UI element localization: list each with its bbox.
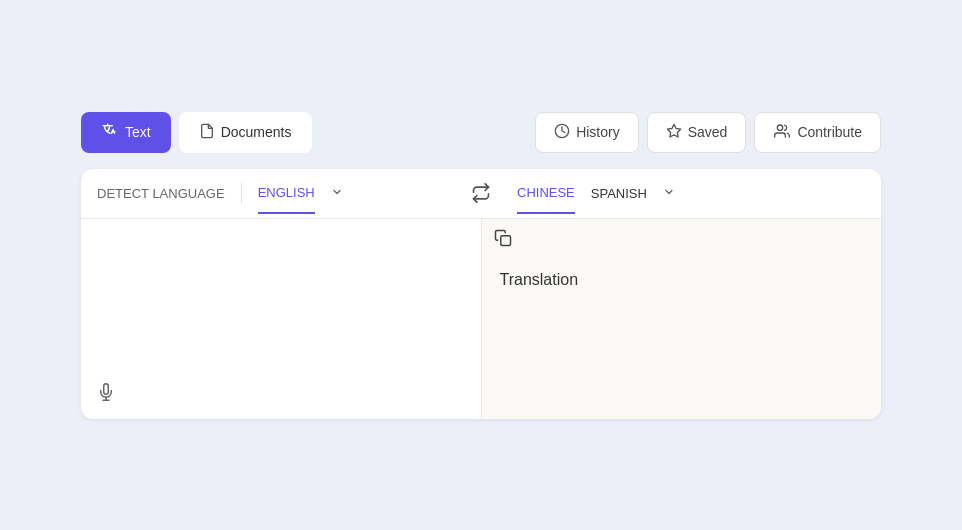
lang-divider xyxy=(241,183,242,203)
detect-language-option[interactable]: DETECT LANGUAGE xyxy=(97,174,225,213)
spanish-label: SPANISH xyxy=(591,186,647,201)
source-text-input[interactable] xyxy=(97,235,465,403)
contribute-button[interactable]: Contribute xyxy=(754,112,881,153)
left-tab-group: Text Documents xyxy=(81,112,312,153)
tab-documents-label: Documents xyxy=(221,124,292,140)
top-bar: Text Documents xyxy=(81,112,881,153)
history-label: History xyxy=(576,124,620,140)
source-lang-group: DETECT LANGUAGE ENGLISH xyxy=(81,173,461,213)
contribute-label: Contribute xyxy=(797,124,862,140)
source-lang-chevron-icon[interactable] xyxy=(331,186,343,201)
english-label: ENGLISH xyxy=(258,185,315,200)
app-container: Text Documents xyxy=(81,112,881,419)
saved-label: Saved xyxy=(688,124,728,140)
spanish-language-option[interactable]: SPANISH xyxy=(591,174,647,213)
chinese-label: CHINESE xyxy=(517,185,575,200)
right-tab-group: History Saved xyxy=(535,112,881,153)
target-lang-chevron-icon[interactable] xyxy=(663,186,675,201)
target-lang-group: CHINESE SPANISH xyxy=(501,173,881,213)
translate-icon xyxy=(101,122,119,143)
language-bar: DETECT LANGUAGE ENGLISH xyxy=(81,169,881,219)
tab-text-label: Text xyxy=(125,124,151,140)
svg-point-2 xyxy=(778,125,783,130)
saved-button[interactable]: Saved xyxy=(647,112,747,153)
swap-languages-button[interactable] xyxy=(461,183,501,203)
translator-box: DETECT LANGUAGE ENGLISH xyxy=(81,169,881,419)
star-icon xyxy=(666,123,682,142)
tab-documents[interactable]: Documents xyxy=(179,112,312,153)
tab-text[interactable]: Text xyxy=(81,112,171,153)
clock-icon xyxy=(554,123,570,142)
chinese-language-option[interactable]: CHINESE xyxy=(517,173,575,214)
english-language-option[interactable]: ENGLISH xyxy=(258,173,315,214)
people-icon xyxy=(773,123,791,142)
source-text-area xyxy=(81,219,482,419)
svg-marker-1 xyxy=(667,124,680,137)
translation-text: Translation xyxy=(498,271,866,289)
svg-rect-5 xyxy=(500,235,510,245)
document-icon xyxy=(199,123,215,142)
translation-output-area: Translation xyxy=(482,219,882,419)
history-button[interactable]: History xyxy=(535,112,639,153)
content-area: Translation xyxy=(81,219,881,419)
copy-translation-button[interactable] xyxy=(494,229,512,251)
microphone-button[interactable] xyxy=(97,382,115,407)
